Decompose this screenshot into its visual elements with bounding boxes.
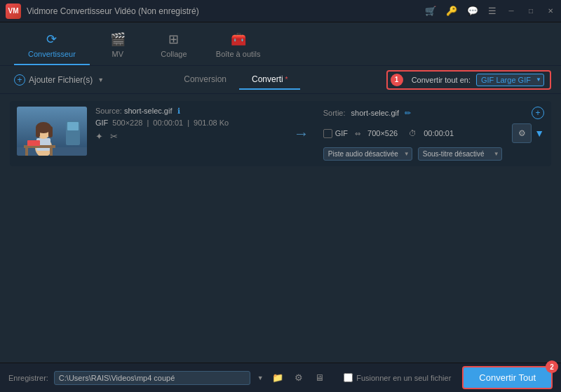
format-select-wrapper: GIF Large GIF ▼ xyxy=(476,74,544,86)
subtitle-select[interactable]: Sous-titre désactivé xyxy=(418,147,502,161)
collage-icon: ⊞ xyxy=(168,32,179,47)
bottom-bar: Enregistrer: ▼ 📁 ⚙ 🖥 Fusionner en un seu… xyxy=(0,363,561,392)
convertisseur-icon: ⟳ xyxy=(46,32,57,47)
title-bar: VM Vidmore Convertisseur Vidéo (Non enre… xyxy=(0,0,561,22)
file-dimensions: 500×228 xyxy=(112,119,142,127)
file-meta: GIF 500×228 | 00:00:01 | 901.08 Ko xyxy=(95,119,280,127)
maximize-button[interactable]: □ xyxy=(526,6,536,16)
output-format-row: GIF ⇔ 700×526 ⏱ 00:00:01 ⚙ ▼ xyxy=(323,123,544,143)
tab-mv[interactable]: 🎬 MV xyxy=(90,26,146,65)
menu-icon[interactable]: ☰ xyxy=(488,6,496,16)
folder-icon[interactable]: 📁 xyxy=(269,370,286,386)
converti-dot: * xyxy=(283,76,288,83)
output-duration: 00:00:01 xyxy=(424,129,454,137)
output-filename: short-selec.gif xyxy=(351,109,399,117)
svg-rect-10 xyxy=(50,148,53,156)
tab-conversion[interactable]: Conversion xyxy=(171,70,239,90)
output-dimensions: 700×526 xyxy=(367,129,398,137)
plus-icon: + xyxy=(14,74,25,86)
collage-label: Collage xyxy=(161,50,187,58)
svg-rect-9 xyxy=(25,148,28,156)
app-title: Vidmore Convertisseur Vidéo (Non enregis… xyxy=(27,6,425,16)
toolbar-tabs: Conversion Converti * xyxy=(171,70,300,90)
badge-2: 2 xyxy=(546,360,558,373)
tab-collage[interactable]: ⊞ Collage xyxy=(146,26,202,65)
output-action-icons: ⚙ ▼ xyxy=(512,123,544,143)
file-actions: ✦ ✂ xyxy=(95,131,280,142)
minimize-button[interactable]: ─ xyxy=(506,6,516,16)
convertisseur-label: Convertisseur xyxy=(28,50,76,58)
convert-format-select[interactable]: GIF Large GIF xyxy=(476,74,544,86)
clock-icon: ⏱ xyxy=(409,129,417,137)
file-duration: 00:00:01 xyxy=(153,119,183,127)
cut-icon[interactable]: ✂ xyxy=(110,131,118,142)
save-label: Enregistrer: xyxy=(8,374,48,382)
monitor-icon[interactable]: 🖥 xyxy=(311,370,328,386)
file-info: Source: short-selec.gif ℹ GIF 500×228 | … xyxy=(95,107,280,142)
boite-label: Boîte à outils xyxy=(216,50,261,58)
audio-track-select[interactable]: Piste audio désactivée xyxy=(323,147,412,161)
main-content: Source: short-selec.gif ℹ GIF 500×228 | … xyxy=(0,94,561,177)
close-button[interactable]: ✕ xyxy=(546,6,555,16)
file-source: Source: short-selec.gif ℹ xyxy=(95,107,280,116)
resize-icon: ⇔ xyxy=(355,130,360,137)
output-dropdowns: Piste audio désactivée ▼ Sous-titre désa… xyxy=(323,147,544,161)
toolbar: + Ajouter Fichier(s) ▼ Conversion Conver… xyxy=(0,66,561,94)
arrow-separator: → xyxy=(288,125,315,143)
cart-icon[interactable]: 🛒 xyxy=(425,6,436,16)
tab-boite[interactable]: 🧰 Boîte à outils xyxy=(202,26,275,65)
file-size: 901.08 Ko xyxy=(194,119,229,127)
convert-all-button[interactable]: Convertir Tout xyxy=(462,366,553,389)
chat-icon[interactable]: 💬 xyxy=(467,6,478,16)
subtitle-select-wrapper: Sous-titre désactivé ▼ xyxy=(418,147,502,161)
save-path-dropdown-arrow[interactable]: ▼ xyxy=(257,374,264,381)
tab-converti[interactable]: Converti * xyxy=(239,70,300,90)
file-thumbnail xyxy=(17,107,87,156)
svg-rect-13 xyxy=(67,122,79,130)
convert-all-section: 1 Convertir tout en: GIF Large GIF ▼ xyxy=(386,70,551,90)
svg-rect-11 xyxy=(27,140,40,146)
output-checkbox[interactable] xyxy=(323,129,332,138)
merge-checkbox-section: Fusionner en un seul fichier xyxy=(344,373,451,382)
output-section: Sortie: short-selec.gif ✏ + GIF ⇔ 700×52… xyxy=(323,107,544,161)
output-format-badge: GIF xyxy=(323,129,348,138)
add-file-dropdown-arrow: ▼ xyxy=(97,76,104,83)
output-header: Sortie: short-selec.gif ✏ + xyxy=(323,107,544,119)
svg-rect-6 xyxy=(36,126,40,137)
settings-icon[interactable]: ✦ xyxy=(95,131,103,142)
badge-1: 1 xyxy=(391,74,403,86)
app-logo: VM xyxy=(6,4,21,19)
file-format: GIF xyxy=(95,119,108,127)
add-file-button[interactable]: + Ajouter Fichier(s) ▼ xyxy=(10,72,108,88)
mv-label: MV xyxy=(112,50,124,58)
edit-filename-icon[interactable]: ✏ xyxy=(405,109,411,118)
thumbnail-svg xyxy=(17,107,87,156)
convert-all-label: Convertir tout en: xyxy=(412,76,471,84)
add-output-button[interactable]: + xyxy=(532,107,544,119)
key-icon[interactable]: 🔑 xyxy=(446,6,457,16)
mv-icon: 🎬 xyxy=(110,32,126,47)
boite-icon: 🧰 xyxy=(231,32,246,47)
titlebar-controls: 🛒 🔑 💬 ☰ ─ □ ✕ xyxy=(425,6,555,16)
settings-bottom-icon[interactable]: ⚙ xyxy=(290,370,307,386)
add-file-label: Ajouter Fichier(s) xyxy=(29,75,93,85)
nav-tabs: ⟳ Convertisseur 🎬 MV ⊞ Collage 🧰 Boîte à… xyxy=(0,22,561,66)
dropdown-output-arrow[interactable]: ▼ xyxy=(534,128,544,139)
tab-convertisseur[interactable]: ⟳ Convertisseur xyxy=(14,26,90,65)
settings-output-btn[interactable]: ⚙ xyxy=(512,123,532,143)
svg-rect-7 xyxy=(48,126,53,137)
info-icon[interactable]: ℹ xyxy=(177,107,180,115)
output-label: Sortie: xyxy=(323,109,346,117)
save-path-input[interactable] xyxy=(54,371,250,385)
convert-all-btn-wrapper: 2 Convertir Tout xyxy=(462,366,553,389)
audio-select-wrapper: Piste audio désactivée ▼ xyxy=(323,147,412,161)
file-item: Source: short-selec.gif ℹ GIF 500×228 | … xyxy=(10,101,551,166)
merge-checkbox[interactable] xyxy=(344,373,353,382)
merge-label: Fusionner en un seul fichier xyxy=(356,374,451,382)
bottom-icons: 📁 ⚙ 🖥 xyxy=(269,370,328,386)
